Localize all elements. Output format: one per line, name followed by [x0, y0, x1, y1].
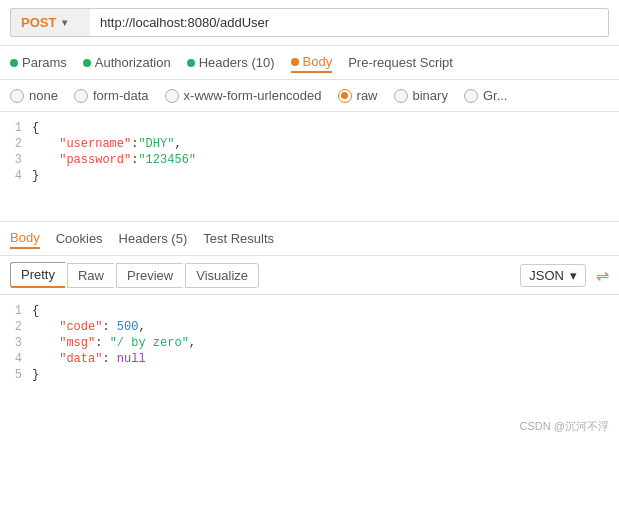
tab-authorization-label: Authorization — [95, 55, 171, 70]
tab-prerequest[interactable]: Pre-request Script — [348, 53, 453, 72]
resp-line-1: 1 { — [0, 303, 619, 319]
resp-tab-cookies-label: Cookies — [56, 231, 103, 246]
radio-urlencoded[interactable]: x-www-form-urlencoded — [165, 88, 322, 103]
response-tabs: Body Cookies Headers (5) Test Results — [0, 222, 619, 256]
watermark-text: CSDN @沉河不浮 — [520, 419, 609, 434]
radio-urlencoded-label: x-www-form-urlencoded — [184, 88, 322, 103]
json-format-select[interactable]: JSON ▾ — [520, 264, 586, 287]
request-tabs: Params Authorization Headers (10) Body P… — [0, 46, 619, 80]
resp-tab-cookies[interactable]: Cookies — [56, 229, 103, 248]
radio-binary-label: binary — [413, 88, 448, 103]
view-raw-button[interactable]: Raw — [67, 263, 114, 288]
radio-none-circle — [10, 89, 24, 103]
authorization-dot — [83, 59, 91, 67]
url-input[interactable] — [90, 8, 609, 37]
radio-raw-label: raw — [357, 88, 378, 103]
radio-form-data-label: form-data — [93, 88, 149, 103]
resp-tab-headers[interactable]: Headers (5) — [119, 229, 188, 248]
json-format-chevron: ▾ — [570, 268, 577, 283]
radio-raw[interactable]: raw — [338, 88, 378, 103]
req-line-3: 3 "password":"123456" — [0, 152, 619, 168]
tab-headers-label: Headers (10) — [199, 55, 275, 70]
tab-headers[interactable]: Headers (10) — [187, 53, 275, 72]
resp-tab-testresults-label: Test Results — [203, 231, 274, 246]
resp-line-5: 5 } — [0, 367, 619, 383]
resp-tab-headers-label: Headers (5) — [119, 231, 188, 246]
radio-graphql-circle — [464, 89, 478, 103]
request-body-editor[interactable]: 1 { 2 "username":"DHY", 3 "password":"12… — [0, 112, 619, 222]
body-dot — [291, 58, 299, 66]
req-line-2: 2 "username":"DHY", — [0, 136, 619, 152]
tab-prerequest-label: Pre-request Script — [348, 55, 453, 70]
method-chevron: ▾ — [62, 17, 67, 28]
headers-dot — [187, 59, 195, 67]
watermark: CSDN @沉河不浮 — [0, 415, 619, 438]
params-dot — [10, 59, 18, 67]
radio-none-label: none — [29, 88, 58, 103]
req-line-4: 4 } — [0, 168, 619, 184]
resp-tab-testresults[interactable]: Test Results — [203, 229, 274, 248]
radio-urlencoded-circle — [165, 89, 179, 103]
view-toolbar: Pretty Raw Preview Visualize JSON ▾ ⇌ — [0, 256, 619, 295]
tab-body[interactable]: Body — [291, 52, 333, 73]
url-bar: POST ▾ — [0, 0, 619, 46]
radio-graphql-label: Gr... — [483, 88, 508, 103]
radio-none[interactable]: none — [10, 88, 58, 103]
radio-binary-circle — [394, 89, 408, 103]
method-select[interactable]: POST ▾ — [10, 8, 90, 37]
tab-params[interactable]: Params — [10, 53, 67, 72]
wrap-icon[interactable]: ⇌ — [596, 266, 609, 285]
resp-tab-body-label: Body — [10, 230, 40, 245]
resp-line-2: 2 "code": 500, — [0, 319, 619, 335]
json-format-label: JSON — [529, 268, 564, 283]
radio-form-data[interactable]: form-data — [74, 88, 149, 103]
radio-graphql[interactable]: Gr... — [464, 88, 508, 103]
tab-authorization[interactable]: Authorization — [83, 53, 171, 72]
radio-binary[interactable]: binary — [394, 88, 448, 103]
method-label: POST — [21, 15, 56, 30]
radio-raw-circle — [338, 89, 352, 103]
radio-form-data-circle — [74, 89, 88, 103]
view-preview-button[interactable]: Preview — [116, 263, 183, 288]
body-type-radios: none form-data x-www-form-urlencoded raw… — [0, 80, 619, 112]
response-body-editor: 1 { 2 "code": 500, 3 "msg": "/ by zero",… — [0, 295, 619, 415]
resp-line-3: 3 "msg": "/ by zero", — [0, 335, 619, 351]
resp-tab-body[interactable]: Body — [10, 228, 40, 249]
view-visualize-button[interactable]: Visualize — [185, 263, 259, 288]
req-line-1: 1 { — [0, 120, 619, 136]
view-pretty-button[interactable]: Pretty — [10, 262, 65, 288]
tab-params-label: Params — [22, 55, 67, 70]
tab-body-label: Body — [303, 54, 333, 69]
resp-line-4: 4 "data": null — [0, 351, 619, 367]
